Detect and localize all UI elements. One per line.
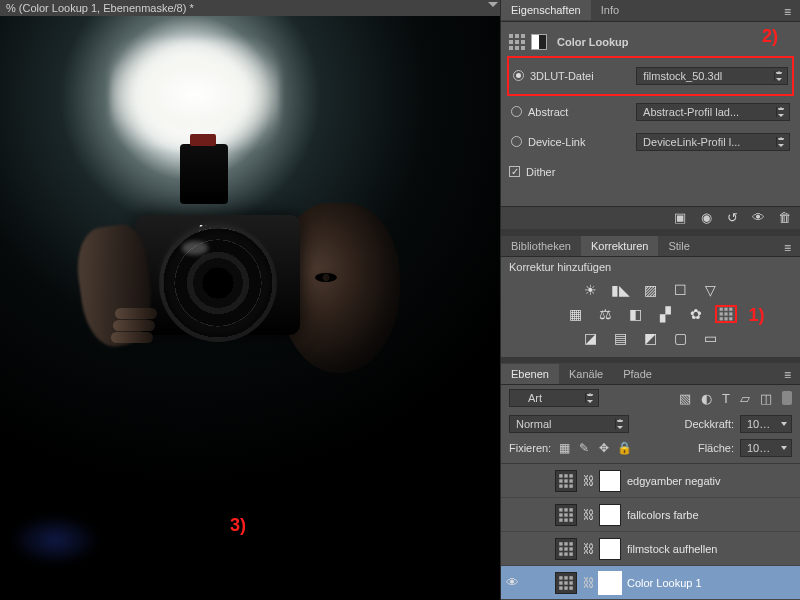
mask-thumb[interactable] [599,572,621,594]
properties-title: Color Lookup [557,36,629,48]
mask-link-icon[interactable]: ⛓ [583,474,593,488]
adj-levels-icon[interactable]: ▮◣ [610,281,632,299]
adj-channel-mixer-icon[interactable]: ✿ [685,305,707,323]
mask-thumb[interactable] [599,504,621,526]
layer-name[interactable]: fallcolors farbe [627,509,699,521]
flash-glow [110,39,280,149]
opacity-field[interactable]: 100% [740,415,792,433]
adj-selective-color-icon[interactable]: ▢ [670,329,692,347]
adj-brightness-icon[interactable]: ☀ [580,281,602,299]
visibility-toggle[interactable]: 👁 [503,574,521,592]
lock-label: Fixieren: [509,442,551,454]
tab-ebenen[interactable]: Ebenen [501,364,559,384]
adj-curves-icon[interactable]: ▨ [640,281,662,299]
label-dither: Dither [526,166,555,178]
view-previous-icon[interactable]: ◉ [698,211,714,225]
mask-thumb[interactable] [599,470,621,492]
visibility-toggle[interactable] [503,472,521,490]
adj-hue-icon[interactable]: ▦ [565,305,587,323]
toggle-visibility-icon[interactable]: 👁 [750,211,766,225]
layer-thumb[interactable] [555,538,577,560]
dropdown-devicelink[interactable]: DeviceLink-Profil l... [636,133,790,151]
layer-row[interactable]: ⛓ edgyamber negativ [501,464,800,498]
document-canvas[interactable]: % (Color Lookup 1, Ebenenmaske/8) * Niko… [0,0,500,600]
adj-exposure-icon[interactable]: ☐ [670,281,692,299]
adj-threshold-icon[interactable]: ◩ [640,329,662,347]
lock-position-icon[interactable]: ✥ [597,441,611,455]
image-viewport[interactable]: Nikon 3) [0,16,500,600]
tab-kanaele[interactable]: Kanäle [559,364,613,384]
radio-devicelink[interactable] [511,136,522,147]
layer-thumb[interactable] [555,470,577,492]
layer-name[interactable]: filmstock aufhellen [627,543,718,555]
properties-tabstrip: Eigenschaften Info [501,0,800,22]
lookup-mask-icon [531,34,547,50]
layer-filter-value: Art [528,392,542,404]
radio-abstract[interactable] [511,106,522,117]
layers-lock-row: Fixieren: ▦ ✎ ✥ 🔒 Fläche: 100% [501,437,800,464]
properties-body: Color Lookup 2) 3DLUT-Datei filmstock_50… [501,22,800,206]
properties-flyout-icon[interactable] [784,5,796,15]
dropdown-abstract[interactable]: Abstract-Profil lad... [636,103,790,121]
layer-thumb[interactable] [555,572,577,594]
mask-link-icon[interactable]: ⛓ [583,508,593,522]
blend-mode-value: Normal [516,418,551,430]
layer-thumb[interactable] [555,504,577,526]
layer-name[interactable]: edgyamber negativ [627,475,721,487]
mask-thumb[interactable] [599,538,621,560]
adjustments-flyout-icon[interactable] [784,241,796,251]
adj-invert-icon[interactable]: ◪ [580,329,602,347]
subject-fingers [115,308,170,348]
tab-pfade[interactable]: Pfade [613,364,662,384]
fill-field[interactable]: 100% [740,439,792,457]
filter-smart-icon[interactable]: ◫ [760,391,772,406]
lookup-grid-icon [509,34,525,50]
layer-name[interactable]: Color Lookup 1 [627,577,702,589]
mask-link-icon[interactable]: ⛓ [583,542,593,556]
visibility-toggle[interactable] [503,506,521,524]
adjustments-tabstrip: Bibliotheken Korrekturen Stile [501,236,800,258]
filter-pixel-icon[interactable]: ▧ [679,391,691,406]
layer-row[interactable]: 👁 ⛓ Color Lookup 1 [501,566,800,600]
lock-all-icon[interactable]: 🔒 [617,441,631,455]
adj-bw-icon[interactable]: ◧ [625,305,647,323]
checkbox-dither[interactable]: ✓ [509,166,520,177]
fill-label: Fläche: [698,442,734,454]
adj-posterize-icon[interactable]: ▤ [610,329,632,347]
lock-image-icon[interactable]: ✎ [577,441,591,455]
dropdown-3dlut-value: filmstock_50.3dl [643,70,722,82]
mask-link-icon[interactable]: ⛓ [583,576,593,590]
adj-color-lookup-icon[interactable] [715,305,737,323]
layer-filter-dropdown[interactable]: Art [509,389,599,407]
adj-vibrance-icon[interactable]: ▽ [700,281,722,299]
tab-info[interactable]: Info [591,0,629,20]
label-3dlut: 3DLUT-Datei [530,70,594,82]
tab-korrekturen[interactable]: Korrekturen [581,236,658,256]
filter-type-icon[interactable]: T [722,391,730,406]
layer-row[interactable]: ⛓ filmstock aufhellen [501,532,800,566]
dropdown-3dlut[interactable]: filmstock_50.3dl [636,67,788,85]
opacity-label: Deckkraft: [684,418,734,430]
reset-icon[interactable]: ↺ [724,211,740,225]
adj-photo-filter-icon[interactable]: ▞ [655,305,677,323]
trash-icon[interactable]: 🗑 [776,211,792,225]
blend-mode-dropdown[interactable]: Normal [509,415,629,433]
layers-filter-row: Art ▧ ◐ T ▱ ◫ [501,385,800,411]
tab-bibliotheken[interactable]: Bibliotheken [501,236,581,256]
clip-to-layer-icon[interactable]: ▣ [672,211,688,225]
adj-gradient-map-icon[interactable]: ▭ [700,329,722,347]
tab-stile[interactable]: Stile [658,236,699,256]
filter-adjust-icon[interactable]: ◐ [701,391,712,406]
tab-eigenschaften[interactable]: Eigenschaften [501,0,591,20]
lock-transparency-icon[interactable]: ▦ [557,441,571,455]
layer-row[interactable]: ⛓ fallcolors farbe [501,498,800,532]
radio-3dlut[interactable] [513,70,524,81]
camera-flash [180,144,228,204]
annotation-2: 2) [762,26,778,47]
adj-balance-icon[interactable]: ⚖ [595,305,617,323]
layers-flyout-icon[interactable] [784,368,796,378]
annotation-1: 1) [748,305,764,326]
filter-shape-icon[interactable]: ▱ [740,391,750,406]
visibility-toggle[interactable] [503,540,521,558]
filter-toggle-icon[interactable] [782,391,792,405]
